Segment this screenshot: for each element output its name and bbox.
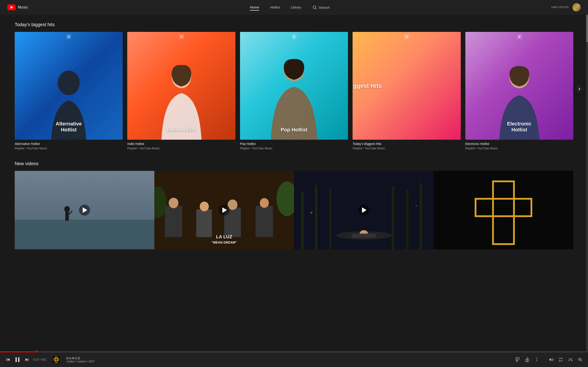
playlist-icon-electronic — [517, 34, 522, 39]
card-electronic-label: ElectronicHotlist — [465, 121, 573, 133]
search-label: Search — [319, 6, 330, 9]
skip-back-icon — [6, 357, 10, 362]
svg-rect-51 — [16, 357, 17, 362]
video-card-4[interactable] — [434, 171, 573, 249]
pause-icon — [14, 357, 21, 363]
card-indie-thumb: Indie Hotlist — [127, 32, 235, 140]
card-electronic-thumb: ElectronicHotlist — [465, 32, 573, 140]
player-right-controls — [515, 357, 582, 363]
card-todays-biggest[interactable]: Today's Biggest Hits Today's Biggest Hit… — [353, 32, 460, 150]
player-thumb-inner — [51, 354, 62, 365]
main-content: Today's biggest hits — [0, 15, 588, 283]
card-pop-hotlist[interactable]: Pop Hotlist Pop Hotlist Playlist • YouTu… — [240, 32, 348, 150]
scrollbar-track[interactable] — [586, 15, 588, 352]
more-options-button[interactable] — [534, 357, 539, 363]
repeat-button[interactable] — [558, 357, 563, 362]
queue-button[interactable] — [578, 357, 582, 362]
scrollbar-thumb[interactable] — [586, 15, 588, 42]
time-display: 0:15 / 4:02 — [33, 358, 46, 361]
section-biggest-hits-title: Today's biggest hits — [0, 22, 588, 27]
card-indie-label: Indie Hotlist — [127, 127, 235, 133]
chevron-right-icon — [578, 87, 581, 91]
logo-area[interactable]: Music — [7, 4, 28, 10]
svg-rect-24 — [165, 206, 182, 237]
svg-rect-19 — [15, 220, 154, 249]
video-card-3[interactable] — [294, 171, 434, 249]
video-bg-4 — [434, 171, 573, 249]
card-pop-thumb: Pop Hotlist — [240, 32, 348, 140]
youtube-logo-icon — [7, 4, 16, 10]
player-song-title: D.A.N.C.E — [66, 357, 510, 360]
svg-point-29 — [200, 202, 209, 211]
svg-point-44 — [310, 212, 312, 214]
svg-rect-46 — [434, 171, 573, 249]
video-thumb-2: LA LUZ"MEAN DREAM" — [154, 171, 294, 249]
play-overlay-2 — [219, 205, 230, 216]
pause-button[interactable] — [14, 357, 21, 363]
card-alternative-inner: AlternativeHotlist — [15, 32, 123, 140]
volume-button[interactable] — [548, 357, 553, 362]
play-triangle-3 — [362, 207, 367, 213]
svg-marker-49 — [7, 358, 9, 361]
svg-rect-36 — [315, 185, 317, 249]
card-alternative-title: Alternative Hotlist — [15, 142, 123, 146]
svg-rect-38 — [392, 187, 394, 250]
next-button[interactable] — [574, 84, 584, 94]
card-biggest-label: Today's Biggest Hits — [353, 82, 406, 90]
svg-point-2 — [313, 6, 316, 8]
nav-hotlist[interactable]: Hotlist — [270, 4, 280, 10]
play-overlay-3 — [358, 205, 369, 216]
avatar[interactable] — [572, 3, 581, 11]
svg-point-59 — [536, 359, 537, 360]
app-title: Music — [18, 5, 28, 9]
thumbs-up-icon — [525, 357, 530, 362]
card-biggest-thumb: Today's Biggest Hits — [353, 32, 460, 140]
card-alternative-thumb: AlternativeHotlist — [15, 32, 123, 140]
card-biggest-title: Today's Biggest Hits — [353, 142, 460, 146]
svg-rect-25 — [196, 209, 212, 237]
more-vert-icon — [534, 357, 539, 362]
playlist-icon-indie — [179, 34, 184, 39]
biggest-hits-cards-wrapper: AlternativeHotlist Alternative Hotlist P… — [0, 32, 588, 150]
repeat-icon — [558, 357, 563, 362]
previous-button[interactable] — [6, 357, 10, 362]
video-thumb-1 — [15, 171, 154, 249]
skip-forward-icon — [24, 357, 29, 362]
queue-icon — [578, 357, 582, 362]
card-alternative-hotlist[interactable]: AlternativeHotlist Alternative Hotlist P… — [15, 32, 123, 150]
card-electronic-hotlist[interactable]: ElectronicHotlist Electronic Hotlist Pla… — [465, 32, 573, 150]
nav-library[interactable]: Library — [291, 4, 301, 10]
svg-point-6 — [58, 70, 80, 95]
card-indie-inner: Indie Hotlist — [127, 32, 235, 140]
video-card-2[interactable]: LA LUZ"MEAN DREAM" — [154, 171, 294, 249]
card-pop-title: Pop Hotlist — [240, 142, 348, 146]
avatar-image — [572, 3, 581, 11]
svg-rect-50 — [7, 358, 7, 361]
nav-home[interactable]: Home — [250, 4, 259, 10]
video-card-1[interactable] — [15, 171, 154, 249]
svg-rect-21 — [65, 212, 69, 221]
card-pop-inner: Pop Hotlist — [240, 32, 348, 140]
new-videos-row: LA LUZ"MEAN DREAM" — [0, 171, 588, 249]
shuffle-button[interactable] — [568, 357, 573, 362]
svg-line-3 — [315, 8, 317, 9]
like-button[interactable] — [525, 357, 530, 362]
search-nav[interactable]: Search — [312, 5, 330, 10]
player-thumbnail — [51, 354, 62, 365]
card-pop-subtitle: Playlist • YouTube Music — [240, 147, 348, 150]
card-indie-subtitle: Playlist • YouTube Music — [127, 147, 235, 150]
card-biggest-inner: Today's Biggest Hits — [353, 32, 460, 140]
search-icon — [312, 5, 317, 10]
svg-marker-53 — [26, 358, 27, 361]
dislike-button[interactable] — [515, 357, 520, 362]
card-electronic-inner: ElectronicHotlist — [465, 32, 573, 140]
early-access-badge: EARLY ACCESS — [552, 6, 569, 9]
svg-rect-37 — [329, 188, 332, 249]
next-track-button[interactable] — [24, 357, 29, 362]
card-indie-hotlist[interactable]: Indie Hotlist Indie Hotlist Playlist • Y… — [127, 32, 235, 150]
card-indie-title: Indie Hotlist — [127, 142, 235, 146]
thumbs-down-icon — [515, 357, 520, 362]
svg-point-20 — [64, 206, 70, 212]
player-cross-icon — [52, 356, 60, 363]
playlist-icon-biggest — [404, 34, 409, 39]
